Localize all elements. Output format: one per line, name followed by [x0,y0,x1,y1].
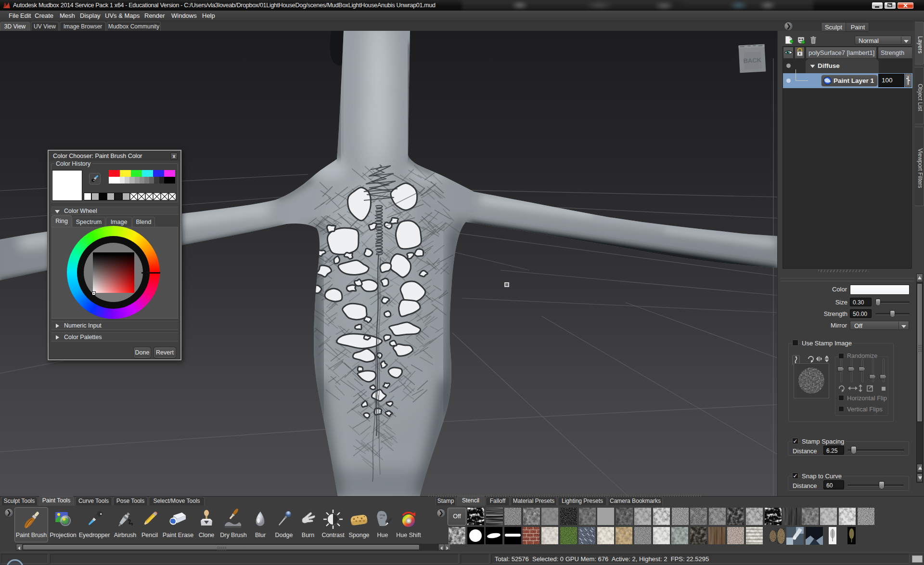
svg-text:BACK: BACK [743,56,762,65]
